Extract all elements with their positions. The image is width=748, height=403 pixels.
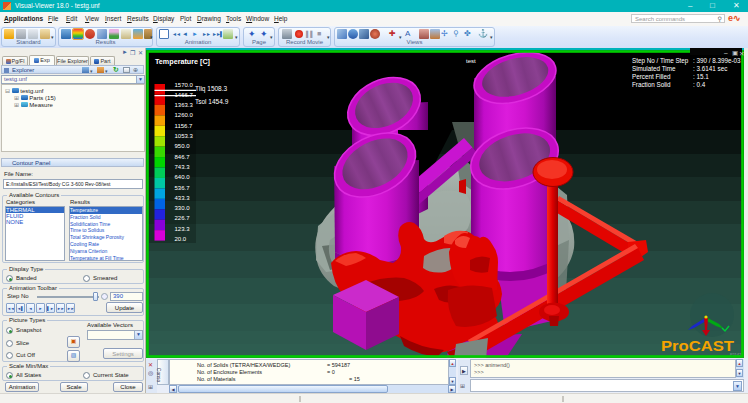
svg-text:▣: ▣ xyxy=(732,49,738,56)
svg-text:Simulated Time: Simulated Time xyxy=(632,65,676,72)
svg-text:1466.7: 1466.7 xyxy=(175,92,194,98)
svg-text:123.3: 123.3 xyxy=(175,226,191,232)
svg-text:ProCAST: ProCAST xyxy=(661,338,735,354)
svg-text:536.7: 536.7 xyxy=(175,185,191,191)
svg-text:1156.7: 1156.7 xyxy=(175,123,194,129)
svg-text:950.0: 950.0 xyxy=(175,143,191,149)
svg-text:226.7: 226.7 xyxy=(175,215,191,221)
svg-text:433.3: 433.3 xyxy=(175,195,191,201)
svg-text:–: – xyxy=(724,49,728,56)
svg-text:846.7: 846.7 xyxy=(175,154,191,160)
svg-text:640.0: 640.0 xyxy=(175,174,191,180)
svg-text:1260.0: 1260.0 xyxy=(175,112,194,118)
svg-text:: 0.4: : 0.4 xyxy=(693,81,706,88)
svg-text:: 15.1: : 15.1 xyxy=(693,73,709,80)
svg-text:Tliq 1508.3: Tliq 1508.3 xyxy=(195,85,228,93)
svg-text:1363.3: 1363.3 xyxy=(175,102,194,108)
svg-text:330.0: 330.0 xyxy=(175,205,191,211)
svg-text:20.0: 20.0 xyxy=(175,236,187,242)
svg-text:Fraction Solid: Fraction Solid xyxy=(632,81,671,88)
svg-text:1053.3: 1053.3 xyxy=(175,133,194,139)
svg-text:✕: ✕ xyxy=(739,50,744,57)
svg-text:Temperature [C]: Temperature [C] xyxy=(155,57,210,66)
svg-text:Percent Filled: Percent Filled xyxy=(632,73,671,80)
svg-text:Tsol 1454.9: Tsol 1454.9 xyxy=(195,98,229,105)
svg-text:test: test xyxy=(466,58,476,64)
svg-text:: 3.6141 sec: : 3.6141 sec xyxy=(693,65,727,72)
svg-text:743.3: 743.3 xyxy=(175,164,191,170)
svg-text:1570.0: 1570.0 xyxy=(175,82,194,88)
svg-text:: 390 / 8.399e-03: : 390 / 8.399e-03 xyxy=(693,57,741,64)
svg-text:Step No / Time Step: Step No / Time Step xyxy=(632,57,689,65)
